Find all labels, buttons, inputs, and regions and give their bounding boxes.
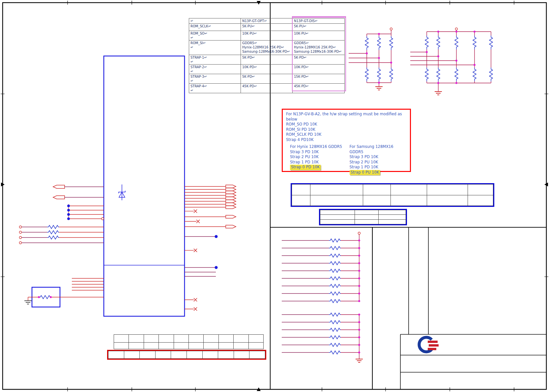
junction-dot: [366, 52, 368, 54]
row-label: STRAP·3↵ ↵: [189, 74, 241, 84]
resistor: [47, 231, 59, 234]
junction-dot: [358, 321, 360, 323]
junction-dot: [437, 55, 439, 57]
junction-bus: [67, 204, 104, 220]
column-header-dis: N13P-GT-DIS↵: [293, 18, 345, 24]
table-cell: 5K·PD↵: [241, 74, 293, 84]
wire: [22, 227, 104, 243]
resistor: [329, 269, 341, 272]
wire: [349, 30, 391, 87]
series-resistor-rows-left: [19, 225, 104, 244]
resistor: [437, 36, 440, 49]
junction-dot: [38, 296, 40, 298]
table-cell: [174, 335, 188, 343]
wire-bundle: [72, 278, 104, 290]
schematic-sheet: ↵ N13P-GT-OPT↵ N13P-GT-DIS↵ ROM_SCLK↵ 5K…: [0, 0, 549, 392]
connector-arrow-right: [226, 197, 236, 200]
note-line: ROM_SO PD 10K: [286, 122, 407, 127]
resistor: [489, 68, 493, 81]
no-connect-x: [194, 210, 197, 213]
note-line: Strap 2 PU 10K: [350, 160, 407, 165]
terminal-pin: [390, 28, 392, 30]
resistor: [329, 343, 341, 347]
table-cell: [320, 219, 355, 224]
table-cell: 10K·PD↵: [241, 65, 293, 74]
table-cell: [355, 219, 379, 224]
terminal-pin: [19, 231, 22, 234]
table-cell: [320, 210, 355, 215]
table-cell: [202, 351, 218, 359]
ground-icon: [356, 359, 363, 362]
table-cell: [427, 195, 468, 206]
resistor: [473, 36, 476, 49]
table-cell: [144, 335, 159, 343]
table-cell: [292, 195, 310, 206]
junction-dot: [426, 51, 428, 53]
note-line: Strap 3 PD 10K: [350, 154, 407, 160]
junction-dot: [390, 62, 392, 64]
bottom-table: [114, 334, 264, 349]
connector-arrow-right: [226, 191, 236, 194]
junction-dot: [50, 296, 52, 298]
table-cell: [391, 184, 427, 195]
resistor: [329, 277, 341, 280]
table-cell: [234, 343, 248, 349]
wire: [69, 204, 104, 219]
table-cell: [218, 343, 233, 349]
table-cell: [234, 351, 249, 359]
resistor: [329, 321, 341, 324]
highlighted-strap-setting: Strap 0 PD 10K: [290, 165, 321, 170]
table-cell: [468, 195, 493, 206]
resistor: [329, 254, 341, 257]
note-line: For N13P-GV-B-A2, the h/w strap setting …: [286, 112, 407, 122]
resistor: [473, 68, 476, 81]
ic-outline: [104, 56, 185, 316]
note-line: Strap 0 PU 10K: [350, 170, 407, 175]
connector-arrow-right: [226, 225, 236, 228]
junction-dot: [358, 239, 360, 241]
junction-dot: [215, 266, 218, 269]
junction-dot: [378, 57, 380, 59]
revision-table-small: [319, 209, 407, 225]
strap-network-small: [349, 28, 393, 90]
junction-dot: [474, 31, 476, 33]
junction-dot: [378, 33, 380, 35]
connector-arrow-right: [226, 185, 236, 188]
junction-dot: [455, 60, 457, 62]
junction-dot: [358, 293, 360, 294]
junction-dot: [215, 235, 218, 238]
wire: [65, 187, 104, 197]
table-cell: 45K·PD↵: [293, 84, 345, 93]
title-block: [400, 227, 546, 389]
table-cell: [379, 210, 406, 215]
note-line: Strap 1 PD 10K: [290, 160, 350, 165]
logo-stripe: [428, 348, 436, 350]
ic-right-outputs: [185, 185, 236, 311]
wire: [341, 240, 359, 301]
table-cell: [363, 184, 391, 195]
samsung-column: For Samsung 128MX16 GDDR5 Strap 3 PD 10K…: [350, 144, 407, 175]
connector-arrow-left: [53, 196, 65, 199]
resistor: [455, 68, 458, 81]
resistor: [329, 328, 341, 331]
resistor: [329, 336, 341, 339]
table-cell: [218, 351, 234, 359]
junction-dot: [358, 262, 360, 264]
title-block-lines: [400, 227, 546, 389]
resistor: [329, 284, 341, 288]
resistor: [329, 292, 341, 295]
resistor-array-top: [282, 232, 361, 303]
junction-dot: [358, 300, 360, 302]
revision-table-large: [291, 183, 494, 207]
resistor: [437, 68, 440, 81]
junction-dot: [437, 31, 439, 33]
table-cell: 15K·PD↵: [293, 74, 345, 84]
strap-note-box: For N13P-GV-B-A2, the h/w strap setting …: [282, 109, 411, 172]
table-cell: [129, 343, 144, 349]
resistor: [365, 68, 368, 81]
junction-dot: [358, 247, 360, 249]
table-cell: [114, 335, 129, 343]
junction-dot: [358, 285, 360, 287]
table-cell: [187, 351, 202, 359]
left-connectors: [53, 185, 104, 199]
